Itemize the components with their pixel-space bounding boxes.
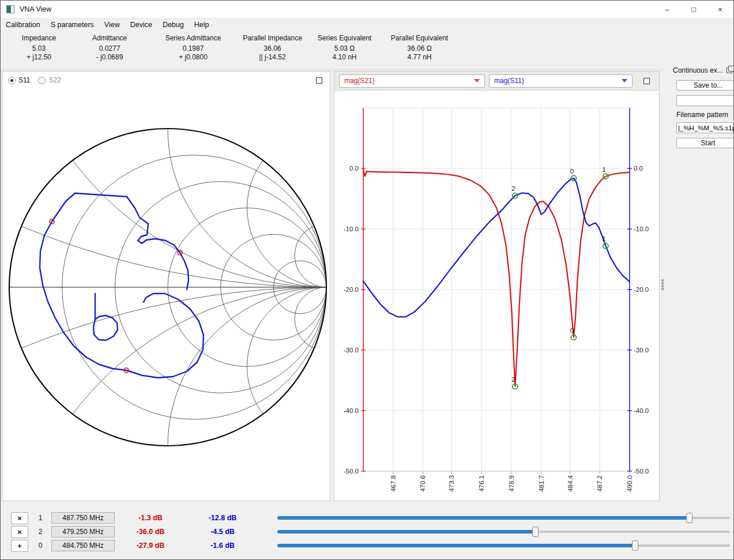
impedance-status-toolbar: :: Impedance 5.03 + j12.50 Admittance 0.… [1,31,733,70]
svg-text:-20.0: -20.0 [634,286,649,293]
trace1-select[interactable]: mag(S21) [339,74,485,88]
slider-fill [277,516,689,520]
marker-frequency-button[interactable]: 484.750 MHz [51,540,115,551]
add-marker-button[interactable]: + [11,540,28,552]
marker-frequency-button[interactable]: 487.750 MHz [51,512,115,524]
marker-s21-value: -27.9 dB [116,542,185,550]
slider-handle[interactable] [686,513,692,523]
svg-text:1: 1 [602,166,605,173]
svg-text:-10.0: -10.0 [634,225,649,232]
maximize-button[interactable]: □ [680,1,707,18]
export-directory-input[interactable] [676,95,734,106]
marker-s21-value: -1.3 dB [116,514,185,522]
trace1-select-value: mag(S21) [344,77,375,85]
slider-fill [277,530,535,533]
svg-text:-40.0: -40.0 [344,407,359,414]
svg-text:476.1: 476.1 [478,475,485,492]
s11-radio[interactable] [8,77,16,84]
smith-maximize-icon[interactable] [316,77,322,84]
marker-s11-value: -1.6 dB [185,542,260,550]
menu-calibration[interactable]: Calibration [1,21,46,29]
svg-text:2: 2 [511,376,515,383]
menu-s-parameters[interactable]: S parameters [46,21,99,29]
start-export-button[interactable]: Start [676,138,734,148]
minimize-button[interactable]: – [654,1,680,18]
slider-handle[interactable] [532,527,539,537]
svg-text:2: 2 [511,185,515,192]
float-panel-icon[interactable] [727,67,732,73]
close-button[interactable]: × [707,1,733,18]
svg-text:484.4: 484.4 [567,475,574,491]
trace2-select[interactable]: mag(S11) [489,74,633,88]
menu-device[interactable]: Device [125,21,157,29]
svg-text:470.6: 470.6 [419,475,426,492]
marker-row-1: × 1 487.750 MHz -1.3 dB -12.8 dB [1,511,734,525]
marker-frequency-slider[interactable] [277,540,730,551]
splitter-grip[interactable]: ●●●● [661,279,664,290]
svg-text:0: 0 [570,327,574,334]
save-to-button[interactable]: Save to... [676,80,734,91]
svg-text:-50.0: -50.0 [344,468,359,475]
marker-table: × 1 487.750 MHz -1.3 dB -12.8 dB × 2 479… [1,511,734,553]
status-admittance: Admittance 0.0277 - j0.0689 [69,34,150,62]
svg-text:0: 0 [570,168,574,175]
svg-text:-10.0: -10.0 [344,225,359,232]
s11-radio-label[interactable]: S11 [18,76,30,84]
svg-text:487.2: 487.2 [596,475,603,492]
status-series-equivalent: Series Equivalent 5.03 Ω 4.10 nH [308,34,381,62]
marker-frequency-button[interactable]: 479.250 MHz [51,526,115,538]
remove-marker-button[interactable]: × [11,526,28,538]
svg-text:490.0: 490.0 [626,475,633,492]
export-panel-title: Continuous ex... [673,66,723,74]
magnitude-plot-panel: 0.00.0-10.0-10.0-20.0-20.0-30.0-30.0-40.… [334,71,660,501]
s22-radio-label[interactable]: S22 [48,76,61,84]
menu-help[interactable]: Help [189,21,214,29]
svg-text:1: 1 [602,235,605,242]
trace2-select-value: mag(S11) [494,77,524,85]
svg-text:0.0: 0.0 [349,165,359,172]
filename-pattern-label: Filename pattern [676,111,734,119]
status-impedance: Impedance 5.03 + j12.50 [9,34,69,62]
slider-handle[interactable] [632,540,638,551]
svg-text:-30.0: -30.0 [344,347,359,354]
marker-s11-value: -12.8 dB [185,514,260,522]
status-parallel-equivalent: Parallel Equivalent 36.06 Ω 4.77 nH [381,34,458,62]
chevron-down-icon [474,79,480,82]
marker-frequency-slider[interactable] [277,526,730,538]
smith-chart-panel: S11 S22 [2,71,330,501]
window-title: VNA View [20,5,51,13]
status-series-admittance: Series Admittance 0.1987 + j0.0800 [150,34,236,62]
menu-bar: Calibration S parameters View Device Deb… [1,18,733,31]
remove-marker-button[interactable]: × [11,512,28,524]
svg-text:-50.0: -50.0 [634,468,649,475]
title-bar: VNA View – □ × [1,1,733,18]
smith-chart [2,72,330,501]
slider-fill [277,544,635,547]
marker-number: 1 [29,514,51,522]
menu-view[interactable]: View [99,21,125,29]
svg-text:0.0: 0.0 [634,165,643,172]
svg-text:-20.0: -20.0 [344,286,359,293]
magnitude-plot: 0.00.0-10.0-10.0-20.0-20.0-30.0-30.0-40.… [334,72,659,501]
continuous-export-panel: Continuous ex... Save to... Filename pat… [665,63,734,190]
plot-maximize-icon[interactable] [643,78,650,84]
marker-frequency-slider[interactable] [277,512,730,524]
svg-text:467.8: 467.8 [390,475,397,492]
s22-radio[interactable] [38,77,46,84]
marker-row-0: + 0 484.750 MHz -27.9 dB -1.6 dB [1,539,734,553]
svg-text:481.7: 481.7 [538,475,545,492]
plot-header: mag(S21) mag(S11) [334,72,659,91]
marker-s21-value: -36.0 dB [116,528,185,536]
marker-number: 2 [29,528,51,536]
marker-row-2: × 2 479.250 MHz -36.0 dB -4.5 dB [1,525,734,539]
marker-number: 0 [29,542,51,550]
svg-text:478.9: 478.9 [508,475,515,492]
status-parallel-impedance: Parallel Impedance 36.06 || j-14.52 [236,34,308,62]
marker-s11-value: -4.5 dB [185,528,260,536]
menu-debug[interactable]: Debug [157,21,189,29]
chevron-down-icon [622,79,627,82]
filename-pattern-input[interactable] [676,122,734,133]
app-icon [6,5,14,13]
svg-text:-30.0: -30.0 [634,347,649,354]
svg-text:473.3: 473.3 [448,475,455,492]
